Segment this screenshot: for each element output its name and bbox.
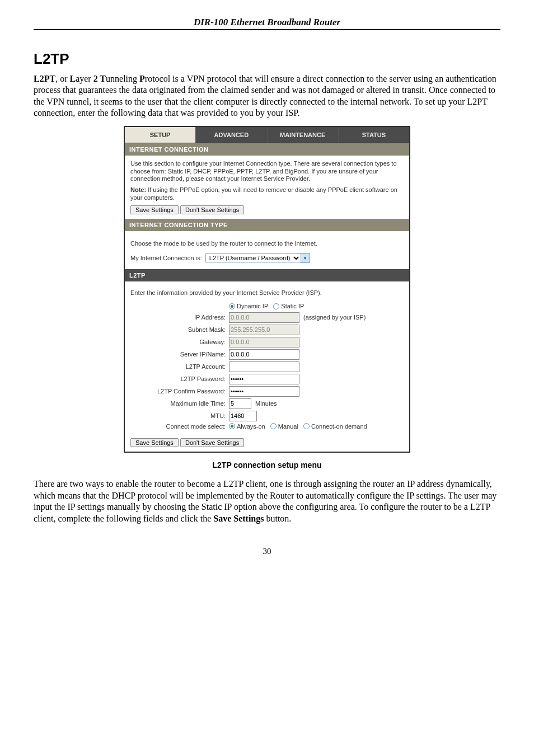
page-number: 30 (34, 547, 500, 556)
conn-type-select[interactable]: L2TP (Username / Password) (205, 253, 301, 262)
radio-manual[interactable]: Manual (270, 423, 298, 430)
unit-minutes: Minutes (255, 400, 277, 407)
figure-caption: L2TP connection setup menu (34, 461, 500, 469)
chevron-down-icon[interactable]: ▾ (301, 253, 310, 263)
label-server-ip: Server IP/Name: (130, 351, 229, 358)
radio-connect-on-demand[interactable]: Connect-on demand (303, 423, 367, 430)
label-ip-address: IP Address: (130, 314, 229, 321)
radio-static-ip[interactable]: Static IP (273, 303, 304, 309)
panel-l2tp: Enter the information provided by your I… (125, 281, 409, 452)
input-subnet-mask (229, 325, 299, 335)
input-l2tp-account[interactable] (229, 361, 299, 372)
conn-note: Note: If using the PPPoE option, you wil… (130, 186, 404, 202)
label-gateway: Gateway: (130, 339, 229, 345)
page-header: DIR-100 Ethernet Broadband Router (34, 17, 500, 30)
label-connect-mode: Connect mode select: (130, 423, 229, 430)
save-settings-button[interactable]: Save Settings (130, 205, 179, 214)
save-settings-button-bottom[interactable]: Save Settings (130, 438, 179, 447)
label-l2tp-account: L2TP Account: (130, 363, 229, 370)
input-gateway (229, 337, 299, 348)
type-desc: Choose the mode to be used by the router… (130, 240, 404, 248)
radio-dynamic-ip[interactable]: Dynamic IP (229, 303, 268, 309)
panel-connection-type: Choose the mode to be used by the router… (125, 231, 409, 270)
dont-save-settings-button-bottom[interactable]: Don't Save Settings (180, 438, 244, 447)
tab-setup[interactable]: SETUP (125, 127, 196, 143)
nav-tabs: SETUP ADVANCED MAINTENANCE STATUS (125, 127, 409, 143)
intro-paragraph: L2PT, or Layer 2 Tunneling Protocol is a… (34, 73, 500, 119)
input-l2tp-confirm-password[interactable] (229, 386, 299, 397)
label-l2tp-confirm-password: L2TP Confirm Password: (130, 388, 229, 395)
panel-internet-connection: Use this section to configure your Inter… (125, 156, 409, 219)
section-connection-type: INTERNET CONNECTION TYPE (125, 219, 409, 231)
label-max-idle: Maximum Idle Time: (130, 400, 229, 407)
input-ip-address (229, 312, 299, 323)
outro-paragraph: There are two ways to enable the router … (34, 478, 500, 524)
label-l2tp-password: L2TP Password: (130, 375, 229, 382)
conn-type-label: My Internet Connection is: (130, 255, 205, 261)
input-l2tp-password[interactable] (229, 374, 299, 384)
tab-maintenance[interactable]: MAINTENANCE (268, 127, 339, 143)
label-subnet-mask: Subnet Mask: (130, 326, 229, 333)
hint-ip-address: (assigned by your ISP) (303, 314, 366, 321)
router-config-screenshot: SETUP ADVANCED MAINTENANCE STATUS INTERN… (124, 126, 410, 453)
conn-desc: Use this section to configure your Inter… (130, 160, 404, 183)
radio-always-on[interactable]: Always-on (229, 423, 265, 430)
dont-save-settings-button[interactable]: Don't Save Settings (180, 205, 244, 214)
tab-advanced[interactable]: ADVANCED (196, 127, 267, 143)
tab-status[interactable]: STATUS (339, 127, 409, 143)
input-max-idle[interactable] (229, 398, 251, 409)
input-server-ip[interactable] (229, 349, 299, 360)
section-internet-connection: INTERNET CONNECTION (125, 143, 409, 156)
l2tp-desc: Enter the information provided by your I… (130, 289, 404, 297)
section-l2tp: L2TP (125, 269, 409, 281)
section-heading: L2TP (34, 50, 500, 68)
label-mtu: MTU: (130, 412, 229, 419)
input-mtu[interactable] (229, 411, 257, 421)
